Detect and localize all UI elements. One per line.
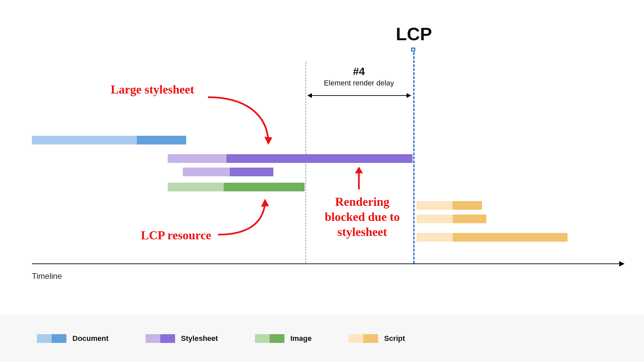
svg-marker-3 [355,167,363,173]
bar-document-wait [32,136,137,144]
phase-number: #4 [309,65,409,78]
bar-lcp-image [168,183,305,191]
legend-label-document: Document [72,334,109,343]
arrow-large-stylesheet [205,94,282,147]
bar-script-2-download [453,215,486,223]
arrow-lcp-resource [215,196,282,240]
diagram-stage: LCP #4 Element render delay Large styles… [0,0,644,362]
bar-script-2-wait [417,215,453,223]
legend-label-image: Image [290,334,312,343]
bar-lcp-image-wait [168,183,224,191]
bar-document [32,136,186,144]
svg-marker-0 [264,137,272,145]
swatch-document [37,334,66,343]
svg-marker-1 [261,199,269,207]
legend-item-stylesheet: Stylesheet [146,334,218,343]
bar-document-download [137,136,186,144]
lcp-marker-square [411,48,415,52]
phase-name: Element render delay [309,79,409,87]
annotation-blocked: Rendering blocked due to stylesheet [322,194,402,240]
legend: Document Stylesheet Image Script [0,315,644,362]
bar-small-stylesheet [183,168,273,176]
bar-script-1-download [452,201,482,210]
bar-script-2 [417,215,486,223]
legend-item-image: Image [255,334,312,343]
lcp-dashed-line [413,52,415,263]
legend-label-stylesheet: Stylesheet [181,334,218,343]
legend-item-script: Script [348,334,405,343]
arrow-blocked [352,166,366,193]
legend-item-document: Document [37,334,109,343]
swatch-stylesheet [146,334,175,343]
annotation-large-stylesheet: Large stylesheet [111,82,194,97]
timeline-axis-label: Timeline [32,272,62,281]
bar-large-stylesheet-wait [168,154,226,163]
bar-small-stylesheet-download [230,168,273,176]
bar-script-1-wait [417,201,452,210]
annotation-lcp-resource: LCP resource [141,228,211,243]
bar-small-stylesheet-wait [183,168,230,176]
lcp-title: LCP [396,23,432,44]
bar-large-stylesheet-download [226,154,413,163]
bar-script-3-download [453,233,568,242]
bar-script-1 [417,201,482,210]
swatch-image [255,334,284,343]
bar-script-3-wait [417,233,453,242]
legend-label-script: Script [384,334,405,343]
bar-large-stylesheet [168,154,413,163]
timeline-axis [32,263,624,264]
phase-span-arrow [308,95,411,96]
bar-script-3 [417,233,568,242]
bar-lcp-image-download [224,183,305,191]
swatch-script [348,334,378,343]
